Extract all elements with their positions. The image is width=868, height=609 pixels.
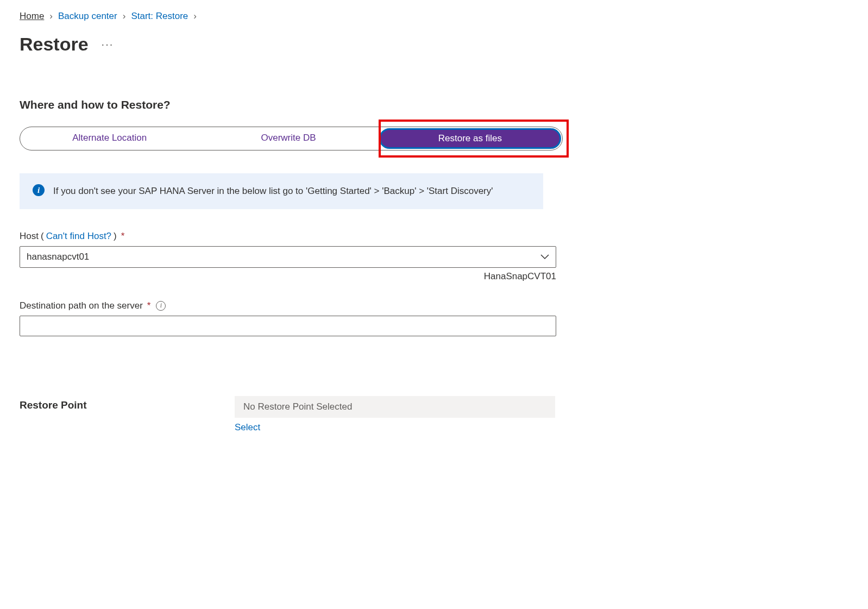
host-label-prefix: Host [20, 231, 39, 242]
restore-point-row: Restore Point No Restore Point Selected … [20, 396, 848, 433]
dest-path-label-text: Destination path on the server [20, 300, 143, 311]
chevron-right-icon: › [193, 11, 197, 22]
chevron-down-icon [540, 253, 549, 261]
pill-alternate-location[interactable]: Alternate Location [20, 127, 199, 150]
restore-point-select-link[interactable]: Select [235, 422, 260, 432]
restore-mode-pill-group: Alternate Location Overwrite DB Restore … [20, 127, 563, 150]
pill-overwrite-db[interactable]: Overwrite DB [199, 127, 378, 150]
info-banner-text: If you don't see your SAP HANA Server in… [53, 184, 493, 198]
host-select[interactable]: hanasnapcvt01 [20, 246, 556, 268]
required-star: * [147, 300, 151, 311]
restore-point-value-col: No Restore Point Selected Select [235, 396, 848, 433]
page-title-row: Restore ··· [20, 34, 848, 55]
dest-path-field-block: Destination path on the server * i [20, 300, 848, 336]
chevron-right-icon: › [123, 11, 126, 22]
pill-restore-as-files[interactable]: Restore as files [379, 128, 561, 149]
dest-path-label: Destination path on the server * i [20, 300, 848, 311]
restore-point-value: No Restore Point Selected [235, 396, 555, 418]
breadcrumb: Home › Backup center › Start: Restore › [20, 11, 848, 22]
info-banner: i If you don't see your SAP HANA Server … [20, 173, 543, 209]
info-icon: i [33, 184, 45, 196]
host-field-block: Host (Can't find Host?) * hanasnapcvt01 … [20, 231, 848, 282]
cant-find-host-link[interactable]: Can't find Host? [46, 231, 111, 242]
host-select-value: hanasnapcvt01 [27, 252, 89, 262]
host-helper-text: HanaSnapCVT01 [20, 271, 556, 282]
breadcrumb-start-restore[interactable]: Start: Restore [131, 11, 188, 22]
host-field-label: Host (Can't find Host?) * [20, 231, 848, 242]
page-title: Restore [20, 34, 89, 55]
more-icon[interactable]: ··· [102, 38, 114, 51]
dest-path-input[interactable] [20, 316, 556, 336]
info-circle-icon[interactable]: i [156, 301, 166, 311]
chevron-right-icon: › [49, 11, 53, 22]
restore-point-label: Restore Point [20, 396, 235, 433]
breadcrumb-backup-center[interactable]: Backup center [58, 11, 117, 22]
required-star: * [121, 231, 125, 242]
section-heading: Where and how to Restore? [20, 98, 848, 111]
breadcrumb-home[interactable]: Home [20, 11, 44, 22]
